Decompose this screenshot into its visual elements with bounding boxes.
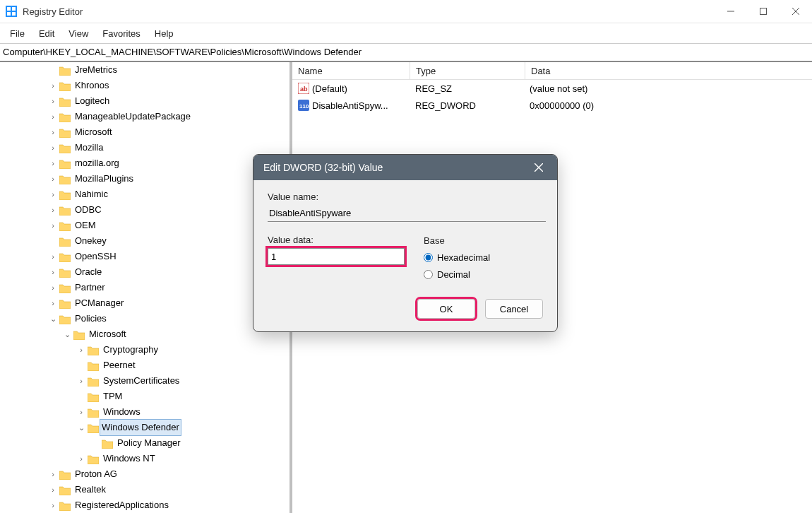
value-name-field[interactable] [268, 205, 546, 222]
expand-icon[interactable]: › [48, 218, 58, 233]
tree-item[interactable]: ›Windows NT [0, 451, 289, 466]
expand-icon[interactable]: › [48, 295, 58, 311]
expand-icon[interactable]: › [48, 93, 58, 109]
tree-item[interactable]: JreMetrics [0, 62, 289, 78]
maximize-button[interactable] [747, 0, 780, 23]
tree-item[interactable]: ›Proton AG [0, 466, 289, 482]
tree-item[interactable]: ›Realtek [0, 482, 289, 497]
tree-item[interactable]: ›PCManager [0, 295, 289, 311]
folder-icon [59, 500, 71, 510]
radio-hexadecimal[interactable]: Hexadecimal [424, 249, 542, 266]
dialog-close-button[interactable] [530, 159, 547, 176]
tree-item[interactable]: ›mozilla.org [0, 155, 289, 171]
tree-pane[interactable]: JreMetrics›Khronos›Logitech›ManageableUp… [0, 62, 292, 513]
tree-item[interactable]: Onekey [0, 233, 289, 249]
expand-icon[interactable]: › [48, 109, 58, 124]
tree-item-label: Onekey [73, 233, 108, 249]
expand-icon[interactable]: › [48, 249, 58, 264]
tree-item[interactable]: ›Logitech [0, 93, 289, 109]
folder-icon [59, 96, 71, 106]
dialog-title: Edit DWORD (32-bit) Value [263, 162, 530, 173]
svg-rect-6 [760, 8, 767, 15]
value-row[interactable]: 110DisableAntiSpyw...REG_DWORD0x00000000… [292, 97, 812, 114]
tree-item[interactable]: ›Cryptography [0, 342, 289, 358]
menu-view[interactable]: View [61, 25, 95, 42]
tree-item[interactable]: ›ODBC [0, 202, 289, 218]
close-button[interactable] [780, 0, 812, 23]
expand-icon[interactable]: › [48, 202, 58, 218]
tree-item[interactable]: Policy Manager [0, 435, 289, 451]
tree-item[interactable]: ›SystemCertificates [0, 373, 289, 389]
folder-icon [59, 127, 71, 137]
expand-icon[interactable]: › [48, 466, 58, 482]
folder-icon [59, 158, 71, 168]
tree-item-label: Mozilla [73, 140, 105, 155]
value-row[interactable]: ab(Default)REG_SZ(value not set) [292, 80, 812, 97]
collapse-icon[interactable]: ⌄ [62, 326, 72, 342]
menu-favorites[interactable]: Favorites [95, 25, 147, 42]
expand-icon[interactable]: › [48, 482, 58, 497]
menu-edit[interactable]: Edit [32, 25, 61, 42]
collapse-icon[interactable]: ⌄ [48, 311, 58, 326]
tree-item[interactable]: ›OEM [0, 218, 289, 233]
expand-icon[interactable]: › [48, 497, 58, 513]
expand-icon[interactable]: › [76, 342, 86, 358]
folder-icon [59, 485, 71, 495]
expand-icon[interactable]: › [48, 280, 58, 295]
tree-item-label: ManageableUpdatePackage [73, 109, 192, 124]
expand-icon[interactable]: › [48, 140, 58, 155]
radio-decimal-input[interactable] [424, 270, 433, 279]
collapse-icon[interactable]: ⌄ [76, 420, 86, 435]
tree-item[interactable]: ›OpenSSH [0, 249, 289, 264]
ok-button[interactable]: OK [417, 299, 475, 319]
menu-file[interactable]: File [3, 25, 32, 42]
expand-icon[interactable]: › [48, 171, 58, 187]
tree-item[interactable]: ⌄Policies [0, 311, 289, 326]
tree-item[interactable]: ›MozillaPlugins [0, 171, 289, 187]
address-bar[interactable]: Computer\HKEY_LOCAL_MACHINE\SOFTWARE\Pol… [0, 43, 812, 62]
expand-icon[interactable]: › [48, 78, 58, 93]
expand-icon[interactable]: › [48, 155, 58, 171]
column-headers[interactable]: Name Type Data [292, 62, 812, 80]
col-data[interactable]: Data [525, 62, 791, 79]
value-name: DisableAntiSpyw... [312, 100, 388, 111]
col-name[interactable]: Name [292, 62, 410, 79]
value-data: 0x00000000 (0) [524, 100, 789, 111]
expand-icon[interactable]: › [48, 124, 58, 140]
expand-icon[interactable]: › [76, 373, 86, 389]
tree-item[interactable]: ›Windows [0, 404, 289, 420]
minimize-button[interactable] [715, 0, 747, 23]
svg-text:ab: ab [300, 86, 308, 93]
folder-icon [59, 252, 71, 261]
tree-item[interactable]: ›Partner [0, 280, 289, 295]
menu-help[interactable]: Help [148, 25, 181, 42]
tree-item-label: Logitech [73, 93, 111, 109]
tree-item[interactable]: ⌄Microsoft [0, 326, 289, 342]
tree-item[interactable]: ›Oracle [0, 264, 289, 280]
col-type[interactable]: Type [410, 62, 525, 79]
tree-item[interactable]: ⌄Windows Defender [0, 420, 289, 435]
folder-icon [59, 469, 71, 479]
tree-item[interactable]: TPM [0, 389, 289, 404]
tree-item-label: Cryptography [102, 342, 160, 358]
folder-icon [88, 391, 99, 401]
folder-icon [59, 298, 71, 308]
tree-item-label: Microsoft [73, 124, 114, 140]
tree-item[interactable]: ›Microsoft [0, 124, 289, 140]
expand-icon[interactable]: › [76, 451, 86, 466]
tree-item[interactable]: Peernet [0, 358, 289, 373]
tree-item[interactable]: ›RegisteredApplications [0, 497, 289, 513]
dialog-title-bar[interactable]: Edit DWORD (32-bit) Value [253, 155, 557, 180]
expand-icon[interactable]: › [48, 264, 58, 280]
tree-item[interactable]: ›Mozilla [0, 140, 289, 155]
radio-hexadecimal-input[interactable] [424, 253, 433, 262]
cancel-button[interactable]: Cancel [485, 299, 543, 319]
tree-item[interactable]: ›Khronos [0, 78, 289, 93]
tree-item[interactable]: ›ManageableUpdatePackage [0, 109, 289, 124]
tree-item[interactable]: ›Nahimic [0, 187, 289, 202]
folder-icon [59, 65, 71, 75]
expand-icon[interactable]: › [76, 404, 86, 420]
expand-icon[interactable]: › [48, 187, 58, 202]
value-data-field[interactable] [268, 248, 405, 265]
radio-decimal[interactable]: Decimal [424, 266, 542, 283]
